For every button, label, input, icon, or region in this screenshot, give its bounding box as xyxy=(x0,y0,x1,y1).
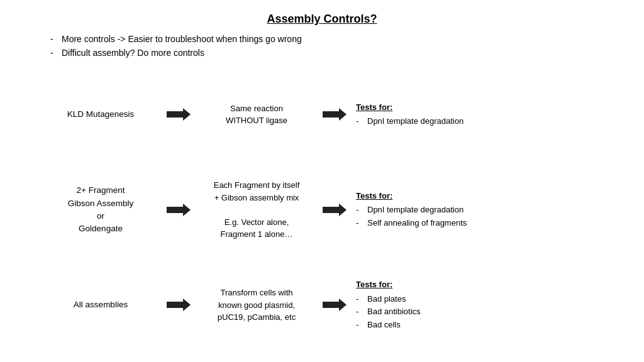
row3-tests-title: Tests for: xyxy=(356,278,606,292)
bullet-item-1: - More controls -> Easier to troubleshoo… xyxy=(50,32,606,46)
row1-mid: Same reaction WITHOUT ligase xyxy=(194,100,319,129)
row2-mid: Each Fragment by itself + Gibson assembl… xyxy=(194,177,319,243)
row2-left: 2+ Fragment Gibson Assembly or Goldengat… xyxy=(38,182,164,238)
row1-test-1: - DpnI template degradation xyxy=(356,115,606,128)
bullets-section: - More controls -> Easier to troubleshoo… xyxy=(50,32,606,60)
row2-test-2: - Self annealing of fragments xyxy=(356,217,606,230)
row3-mid: Transform cells with known good plasmid,… xyxy=(194,284,319,326)
row3-left: All assemblies xyxy=(38,296,164,314)
row1-right: Tests for: - DpnI template degradation xyxy=(350,101,606,129)
row3-right: Tests for: - Bad plates - Bad antibiotic… xyxy=(350,278,606,332)
row-3: All assemblies Transform cells with know… xyxy=(38,261,606,349)
row2-test-1: - DpnI template degradation xyxy=(356,204,606,217)
row2-right: Tests for: - DpnI template degradation -… xyxy=(350,190,606,230)
row3-test-3: - Bad cells xyxy=(356,319,606,332)
page: Assembly Controls? - More controls -> Ea… xyxy=(0,0,644,362)
rows-container: KLD Mutagenesis Same reaction WITHOUT li… xyxy=(38,70,606,349)
row3-arrow1 xyxy=(164,297,194,312)
row-1: KLD Mutagenesis Same reaction WITHOUT li… xyxy=(38,70,606,159)
bullet-dash-1: - xyxy=(50,32,58,46)
bullet-dash-2: - xyxy=(50,46,58,60)
svg-marker-0 xyxy=(167,108,191,121)
row2-arrow2 xyxy=(319,202,350,217)
svg-marker-4 xyxy=(167,299,191,311)
row1-tests-title: Tests for: xyxy=(356,101,606,114)
row1-left: KLD Mutagenesis xyxy=(38,106,164,123)
page-title: Assembly Controls? xyxy=(38,13,606,26)
svg-marker-2 xyxy=(167,204,191,216)
row3-test-2: - Bad antibiotics xyxy=(356,305,606,319)
row1-arrow2 xyxy=(319,107,350,122)
row2-tests-title: Tests for: xyxy=(356,190,606,203)
row2-arrow1 xyxy=(164,202,194,217)
bullet-text-1: More controls -> Easier to troubleshoot … xyxy=(62,32,302,46)
row-2: 2+ Fragment Gibson Assembly or Goldengat… xyxy=(38,165,606,254)
bullet-item-2: - Difficult assembly? Do more controls xyxy=(50,46,606,60)
row1-arrow1 xyxy=(164,107,194,122)
svg-marker-1 xyxy=(323,108,347,121)
row3-test-1: - Bad plates xyxy=(356,293,606,306)
svg-marker-5 xyxy=(323,299,347,311)
bullet-text-2: Difficult assembly? Do more controls xyxy=(62,46,204,60)
svg-marker-3 xyxy=(323,204,347,216)
row3-arrow2 xyxy=(319,297,350,312)
